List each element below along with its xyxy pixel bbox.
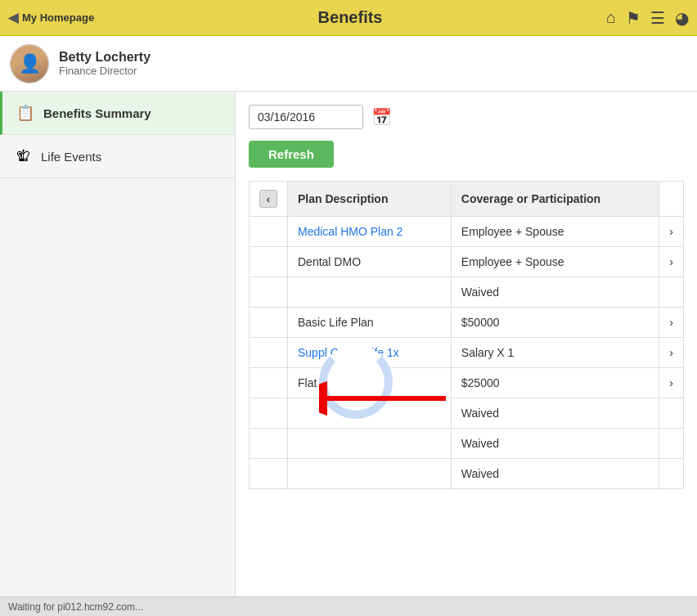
profile-bar: 👤 Betty Locherty Finance Director <box>0 36 697 92</box>
sidebar: 📋 Benefits Summary 🨀 Life Events <box>0 92 236 596</box>
row-chevron[interactable]: › <box>659 308 684 338</box>
calendar-icon[interactable]: 📅 <box>371 107 392 127</box>
profile-job-title: Finance Director <box>59 65 151 77</box>
coverage-value: Waived <box>451 398 659 429</box>
row-action <box>659 429 684 459</box>
table-row: Waived <box>250 459 684 489</box>
row-action <box>659 277 684 308</box>
plan-description: Medical HMO Plan 2 <box>288 217 452 247</box>
row-action <box>659 459 684 489</box>
flag-icon[interactable]: ⚑ <box>626 8 641 28</box>
plan-description <box>288 398 452 429</box>
coverage-value: Salary X 1 <box>451 338 659 368</box>
row-nav <box>250 398 288 429</box>
status-text: Waiting for pi012.hcm92.com... <box>8 601 143 613</box>
coverage-value: $50000 <box>451 308 659 338</box>
menu-icon[interactable]: ☰ <box>650 8 665 28</box>
back-label: My Homepage <box>22 11 94 24</box>
table-row: Waived <box>250 277 684 308</box>
row-nav <box>250 217 288 247</box>
row-action <box>659 398 684 429</box>
row-nav <box>250 429 288 459</box>
avatar: 👤 <box>10 44 49 83</box>
page-title: Benefits <box>94 8 606 27</box>
row-nav <box>250 338 288 368</box>
table-row: Basic Life Plan $50000 › <box>250 308 684 338</box>
plan-description <box>288 459 452 489</box>
col-header-plan: Plan Description <box>288 182 452 217</box>
plan-description: Basic Life Plan <box>288 308 452 338</box>
status-bar: Waiting for pi012.hcm92.com... <box>0 596 697 616</box>
right-panel: 📅 Refresh ‹ Plan Description Coverage or… <box>236 92 697 596</box>
avatar-image: 👤 <box>11 45 48 83</box>
table-row: Suppl Group Life 1x Salary X 1 › <box>250 338 684 368</box>
date-row: 📅 <box>249 105 684 129</box>
table-row: Waived <box>250 429 684 459</box>
row-nav <box>250 308 288 338</box>
plan-description: Suppl Group Life 1x <box>288 338 452 368</box>
plan-description: Dental DMO <box>288 247 452 277</box>
coverage-value: $25000 <box>451 368 659 398</box>
header-bar: ◀ My Homepage Benefits ⌂ ⚑ ☰ ◕ <box>0 0 697 36</box>
row-nav <box>250 247 288 277</box>
col-header-action <box>659 182 684 217</box>
row-chevron[interactable]: › <box>659 217 684 247</box>
coverage-value: Employee + Spouse <box>451 247 659 277</box>
col-header-coverage: Coverage or Participation <box>451 182 659 217</box>
plan-link[interactable]: Medical HMO Plan 2 <box>298 225 402 238</box>
profile-info: Betty Locherty Finance Director <box>59 50 151 77</box>
plan-description <box>288 429 452 459</box>
sidebar-label-benefits-summary: Benefits Summary <box>43 106 151 120</box>
life-events-icon: 🨀 <box>13 146 33 166</box>
sidebar-label-life-events: Life Events <box>41 150 101 164</box>
header-icons: ⌂ ⚑ ☰ ◕ <box>606 8 689 28</box>
profile-name: Betty Locherty <box>59 50 151 65</box>
plan-description: Flat 25K AD&D <box>288 368 452 398</box>
table-back-button[interactable]: ‹ <box>259 190 277 208</box>
back-arrow-icon: ◀ <box>8 10 18 25</box>
row-chevron[interactable]: › <box>659 368 684 398</box>
compass-icon[interactable]: ◕ <box>675 8 689 28</box>
table-nav-col: ‹ <box>250 182 288 217</box>
coverage-value: Waived <box>451 277 659 308</box>
coverage-value: Employee + Spouse <box>451 217 659 247</box>
row-chevron[interactable]: › <box>659 338 684 368</box>
coverage-value: Waived <box>451 429 659 459</box>
table-row: Dental DMO Employee + Spouse › <box>250 247 684 277</box>
refresh-button[interactable]: Refresh <box>249 141 334 168</box>
table-row: Flat 25K AD&D $25000 › <box>250 368 684 398</box>
table-row: Waived <box>250 398 684 429</box>
coverage-value: Waived <box>451 459 659 489</box>
table-row: Medical HMO Plan 2 Employee + Spouse › <box>250 217 684 247</box>
row-nav <box>250 368 288 398</box>
home-icon[interactable]: ⌂ <box>606 8 616 27</box>
benefits-table: ‹ Plan Description Coverage or Participa… <box>249 181 684 489</box>
sidebar-item-benefits-summary[interactable]: 📋 Benefits Summary <box>0 92 235 135</box>
row-nav <box>250 459 288 489</box>
row-chevron[interactable]: › <box>659 247 684 277</box>
back-button[interactable]: ◀ My Homepage <box>8 10 94 25</box>
date-input[interactable] <box>249 105 363 129</box>
row-nav <box>250 277 288 308</box>
plan-description <box>288 277 452 308</box>
main-content: 📋 Benefits Summary 🨀 Life Events 📅 Refre… <box>0 92 697 596</box>
benefits-summary-icon: 📋 <box>16 103 35 123</box>
sidebar-item-life-events[interactable]: 🨀 Life Events <box>0 135 235 178</box>
plan-link[interactable]: Suppl Group Life 1x <box>298 346 399 359</box>
